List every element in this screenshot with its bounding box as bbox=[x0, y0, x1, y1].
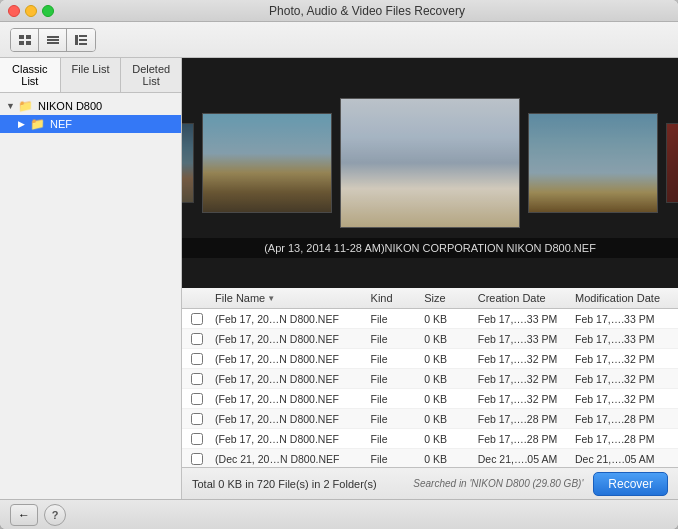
table-rows: (Feb 17, 20…N D800.NEF File 0 KB Feb 17,… bbox=[182, 309, 678, 467]
cell-created: Feb 17,….33 PM bbox=[474, 333, 571, 345]
cell-name: (Feb 17, 20…N D800.NEF bbox=[211, 413, 366, 425]
cell-size: 0 KB bbox=[420, 313, 474, 325]
cell-name: (Feb 17, 20…N D800.NEF bbox=[211, 373, 366, 385]
cell-modified: Feb 17,….28 PM bbox=[571, 413, 678, 425]
help-icon: ? bbox=[52, 509, 59, 521]
header-filename[interactable]: File Name ▼ bbox=[211, 292, 366, 304]
cell-created: Feb 17,….28 PM bbox=[474, 413, 571, 425]
table-row[interactable]: (Dec 21, 20…N D800.NEF File 0 KB Dec 21,… bbox=[182, 449, 678, 467]
preview-caption: (Apr 13, 2014 11-28 AM)NIKON CORPORATION… bbox=[182, 238, 678, 258]
row-checkbox[interactable] bbox=[191, 453, 203, 465]
cell-size: 0 KB bbox=[420, 353, 474, 365]
header-size[interactable]: Size bbox=[420, 292, 474, 304]
content-area: (Apr 13, 2014 11-28 AM)NIKON CORPORATION… bbox=[182, 58, 678, 499]
svg-rect-8 bbox=[79, 35, 87, 37]
cell-created: Dec 21,….05 AM bbox=[474, 453, 571, 465]
cell-kind: File bbox=[367, 373, 421, 385]
sort-arrow-icon: ▼ bbox=[267, 294, 275, 303]
folder-icon: 📁 bbox=[18, 99, 34, 113]
maximize-button[interactable] bbox=[42, 5, 54, 17]
bottom-bar: ← ? bbox=[0, 499, 678, 529]
photo-tree bbox=[203, 114, 331, 212]
tree-item-nikon[interactable]: ▼ 📁 NIKON D800 bbox=[0, 97, 181, 115]
view-toggle bbox=[10, 28, 96, 52]
tab-file-list[interactable]: File List bbox=[61, 58, 122, 92]
cell-created: Feb 17,….28 PM bbox=[474, 433, 571, 445]
svg-rect-2 bbox=[19, 41, 24, 45]
cell-modified: Dec 21,….05 AM bbox=[571, 453, 678, 465]
row-checkbox[interactable] bbox=[191, 393, 203, 405]
preview-thumbnail-left bbox=[202, 113, 332, 213]
row-check bbox=[182, 433, 211, 445]
tab-classic-list[interactable]: Classic List bbox=[0, 58, 61, 92]
row-checkbox[interactable] bbox=[191, 333, 203, 345]
cell-size: 0 KB bbox=[420, 433, 474, 445]
minimize-button[interactable] bbox=[25, 5, 37, 17]
close-button[interactable] bbox=[8, 5, 20, 17]
table-row[interactable]: (Feb 17, 20…N D800.NEF File 0 KB Feb 17,… bbox=[182, 429, 678, 449]
file-tree: ▼ 📁 NIKON D800 ▶ 📁 NEF bbox=[0, 93, 181, 499]
cell-modified: Feb 17,….28 PM bbox=[571, 433, 678, 445]
cell-name: (Feb 17, 20…N D800.NEF bbox=[211, 433, 366, 445]
cell-size: 0 KB bbox=[420, 333, 474, 345]
list-view-button[interactable] bbox=[39, 29, 67, 51]
row-checkbox[interactable] bbox=[191, 413, 203, 425]
row-check bbox=[182, 353, 211, 365]
back-button[interactable]: ← bbox=[10, 504, 38, 526]
cell-name: (Dec 21, 20…N D800.NEF bbox=[211, 453, 366, 465]
cell-name: (Feb 17, 20…N D800.NEF bbox=[211, 333, 366, 345]
back-icon: ← bbox=[18, 508, 30, 522]
traffic-lights bbox=[8, 5, 54, 17]
help-button[interactable]: ? bbox=[44, 504, 66, 526]
preview-thumbnail-far-right bbox=[666, 123, 678, 203]
grid-view-button[interactable] bbox=[11, 29, 39, 51]
cell-kind: File bbox=[367, 313, 421, 325]
detail-view-button[interactable] bbox=[67, 29, 95, 51]
svg-rect-5 bbox=[47, 39, 59, 41]
table-header: File Name ▼ Kind Size Creation Date Modi… bbox=[182, 288, 678, 309]
svg-rect-0 bbox=[19, 35, 24, 39]
cell-kind: File bbox=[367, 333, 421, 345]
folder-icon-nef: 📁 bbox=[30, 117, 46, 131]
svg-rect-10 bbox=[79, 43, 87, 45]
cell-modified: Feb 17,….32 PM bbox=[571, 393, 678, 405]
cell-modified: Feb 17,….33 PM bbox=[571, 313, 678, 325]
header-kind[interactable]: Kind bbox=[367, 292, 421, 304]
header-modified[interactable]: Modification Date bbox=[571, 292, 678, 304]
tab-bar: Classic List File List Deleted List bbox=[0, 58, 181, 93]
tree-item-nef[interactable]: ▶ 📁 NEF bbox=[0, 115, 181, 133]
cell-modified: Feb 17,….33 PM bbox=[571, 333, 678, 345]
status-right: Searched in 'NIKON D800 (29.80 GB)' Reco… bbox=[413, 472, 668, 496]
table-row[interactable]: (Feb 17, 20…N D800.NEF File 0 KB Feb 17,… bbox=[182, 349, 678, 369]
tab-deleted-list[interactable]: Deleted List bbox=[121, 58, 181, 92]
status-bar: Total 0 KB in 720 File(s) in 2 Folder(s)… bbox=[182, 467, 678, 499]
toolbar bbox=[0, 22, 678, 58]
svg-rect-9 bbox=[79, 39, 87, 41]
cell-modified: Feb 17,….32 PM bbox=[571, 373, 678, 385]
row-checkbox[interactable] bbox=[191, 373, 203, 385]
table-row[interactable]: (Feb 17, 20…N D800.NEF File 0 KB Feb 17,… bbox=[182, 389, 678, 409]
photo-landscape bbox=[182, 124, 193, 202]
cell-created: Feb 17,….32 PM bbox=[474, 353, 571, 365]
table-row[interactable]: (Feb 17, 20…N D800.NEF File 0 KB Feb 17,… bbox=[182, 329, 678, 349]
header-created[interactable]: Creation Date bbox=[474, 292, 571, 304]
photo-monument bbox=[341, 99, 519, 227]
row-checkbox[interactable] bbox=[191, 353, 203, 365]
svg-rect-6 bbox=[47, 42, 59, 44]
header-check bbox=[182, 292, 211, 304]
preview-images bbox=[182, 88, 678, 238]
row-checkbox[interactable] bbox=[191, 433, 203, 445]
table-row[interactable]: (Feb 17, 20…N D800.NEF File 0 KB Feb 17,… bbox=[182, 369, 678, 389]
cell-name: (Feb 17, 20…N D800.NEF bbox=[211, 393, 366, 405]
cell-kind: File bbox=[367, 453, 421, 465]
sidebar: Classic List File List Deleted List ▼ 📁 … bbox=[0, 58, 182, 499]
table-row[interactable]: (Feb 17, 20…N D800.NEF File 0 KB Feb 17,… bbox=[182, 309, 678, 329]
main-window: Photo, Audio & Video Files Recovery bbox=[0, 0, 678, 529]
recover-button[interactable]: Recover bbox=[593, 472, 668, 496]
cell-created: Feb 17,….32 PM bbox=[474, 393, 571, 405]
title-bar: Photo, Audio & Video Files Recovery bbox=[0, 0, 678, 22]
main-content: Classic List File List Deleted List ▼ 📁 … bbox=[0, 58, 678, 499]
row-checkbox[interactable] bbox=[191, 313, 203, 325]
svg-rect-4 bbox=[47, 36, 59, 38]
table-row[interactable]: (Feb 17, 20…N D800.NEF File 0 KB Feb 17,… bbox=[182, 409, 678, 429]
